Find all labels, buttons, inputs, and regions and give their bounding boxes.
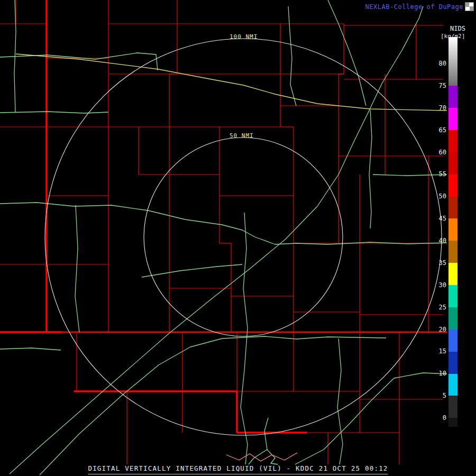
range-ring-label-100nmi: 100 NMI	[230, 33, 258, 40]
nexlab-brand-text: NEXLAB-College of DuPage	[365, 3, 463, 11]
colorbar-tick-0: 0	[428, 414, 446, 422]
colorbar-segment-15	[448, 329, 457, 352]
road-line	[369, 110, 372, 228]
colorbar-segment-0	[448, 396, 457, 418]
road-line	[0, 53, 158, 70]
colorbar-tick-60: 60	[428, 149, 446, 156]
road-line	[0, 112, 108, 113]
road-line	[14, 0, 16, 112]
product-caption: DIGITAL VERTICALLY INTEGRATED LIQUID (VI…	[88, 464, 388, 474]
colorbar-segment--2	[448, 418, 457, 427]
range-ring-label-50nmi: 50 NMI	[230, 132, 254, 139]
range-ring-50-nmi	[144, 138, 343, 336]
road-line	[0, 203, 447, 244]
colorbar-segment-40	[448, 218, 457, 241]
radar-display: 100 NMI 50 NMI NEXLAB-College of DuPage …	[0, 0, 476, 476]
colorbar-segment-70	[448, 86, 457, 108]
colorbar-tick-45: 45	[428, 215, 446, 222]
road-line	[0, 348, 61, 350]
colorbar-segment-55	[448, 152, 457, 175]
colorbar-segment-30	[448, 263, 457, 285]
colorbar-segment-65	[448, 108, 457, 130]
colorbar-tick-25: 25	[428, 304, 446, 311]
colorbar-tick-55: 55	[428, 170, 446, 178]
colorbar-segment-50	[448, 175, 457, 197]
colorbar-tick-5: 5	[428, 392, 446, 399]
colorbar-tick-80: 80	[428, 60, 446, 67]
radar-map	[0, 0, 476, 476]
road-line	[328, 0, 366, 106]
road-line	[142, 264, 242, 277]
road-line	[288, 6, 296, 106]
colorbar-segment-35	[448, 241, 457, 263]
pink-boundary-line	[226, 453, 297, 461]
colorbar-segment-10	[448, 352, 457, 374]
colorbar	[448, 37, 457, 427]
road-line	[241, 213, 248, 464]
colorbar-segment-75	[448, 37, 457, 86]
cod-logo-icon	[465, 2, 474, 11]
colorbar-segment-25	[448, 285, 457, 307]
colorbar-title: NIDS	[450, 25, 465, 32]
colorbar-segment-60	[448, 130, 457, 152]
range-ring-100-nmi	[45, 39, 442, 435]
colorbar-tick-10: 10	[428, 370, 446, 377]
road-line	[249, 450, 278, 464]
colorbar-tick-35: 35	[428, 259, 446, 267]
colorbar-tick-65: 65	[428, 126, 446, 134]
road-line	[40, 336, 386, 475]
colorbar-tick-30: 30	[428, 281, 446, 289]
colorbar-tick-50: 50	[428, 193, 446, 200]
colorbar-segment-5	[448, 374, 457, 396]
road-line	[337, 338, 343, 464]
colorbar-tick-40: 40	[428, 237, 446, 244]
colorbar-tick-20: 20	[428, 326, 446, 333]
colorbar-segment-45	[448, 197, 457, 219]
colorbar-segment-20	[448, 307, 457, 329]
colorbar-tick-75: 75	[428, 82, 446, 89]
colorbar-tick-70: 70	[428, 104, 446, 112]
colorbar-tick-15: 15	[428, 347, 446, 355]
road-line	[10, 6, 423, 474]
road-line	[75, 205, 79, 332]
